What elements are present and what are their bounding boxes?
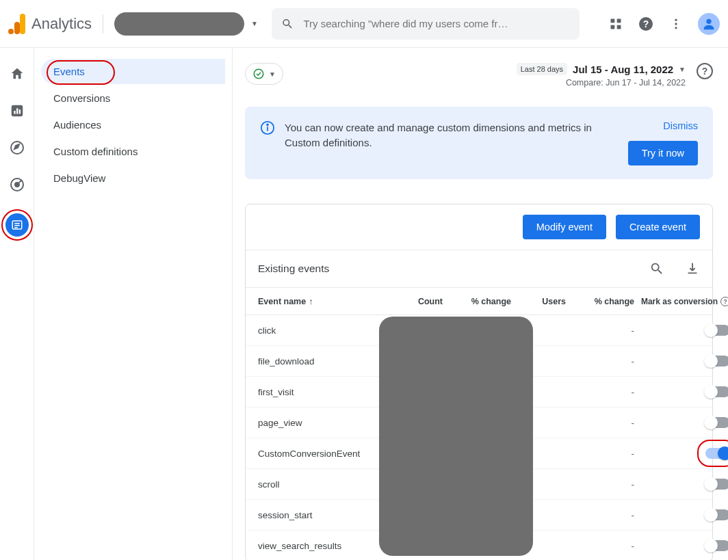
svg-rect-5 [611, 25, 615, 29]
svg-rect-3 [611, 18, 615, 23]
users-change-cell: - [632, 541, 635, 551]
col-count-change[interactable]: % change [471, 297, 511, 306]
users-change-cell: - [632, 356, 635, 366]
redacted-area [379, 317, 533, 556]
search-icon [281, 17, 294, 31]
users-change-cell: - [632, 325, 635, 336]
conversion-toggle[interactable] [705, 386, 728, 397]
status-filter[interactable]: ▼ [245, 63, 283, 85]
subnav-item-custom-definitions[interactable]: Custom definitions [41, 139, 225, 164]
users-change-cell: - [632, 510, 635, 520]
sort-asc-icon: ↑ [309, 297, 313, 306]
card-title: Existing events [258, 263, 329, 275]
svg-point-9 [675, 18, 677, 21]
conversion-toggle[interactable] [705, 479, 728, 490]
try-it-now-button[interactable]: Try it now [628, 141, 698, 165]
help-icon[interactable]: ? [720, 297, 728, 306]
reports-icon[interactable] [9, 103, 25, 119]
app-name: Analytics [31, 15, 92, 33]
avatar[interactable] [698, 13, 720, 35]
header-icons: ? [609, 13, 720, 35]
table-search-icon[interactable] [649, 261, 664, 276]
users-change-cell: - [632, 418, 635, 428]
svg-rect-16 [18, 109, 20, 114]
conversion-toggle[interactable] [705, 540, 728, 551]
conversion-toggle[interactable] [705, 509, 728, 520]
col-event-name[interactable]: Event name ↑ [258, 297, 388, 306]
event-name-cell[interactable]: session_start [258, 510, 388, 520]
caret-down-icon: ▼ [679, 66, 686, 73]
download-icon[interactable] [685, 261, 700, 276]
banner-message: You can now create and manage custom dim… [285, 120, 619, 150]
main-content: ▼ Last 28 days Jul 15 - Aug 11, 2022 ▼ C… [233, 48, 728, 560]
event-name-cell[interactable]: first_visit [258, 387, 388, 397]
caret-down-icon: ▼ [269, 70, 276, 78]
users-change-cell: - [632, 387, 635, 397]
users-change-cell: - [632, 449, 635, 459]
conversion-toggle[interactable] [705, 448, 728, 459]
home-icon[interactable] [9, 66, 25, 82]
subnav-item-events[interactable]: Events [41, 59, 225, 84]
create-event-button[interactable]: Create event [616, 215, 700, 239]
event-name-cell[interactable]: CustomConversionEvent [258, 449, 388, 459]
svg-point-27 [267, 124, 268, 126]
conversion-toggle-wrap [705, 509, 728, 520]
conversion-toggle[interactable] [705, 356, 728, 366]
events-table: Event name ↑ Count % change Users % chan… [246, 288, 712, 560]
subnav: Events Conversions Audiences Custom defi… [34, 48, 233, 560]
event-name-cell[interactable]: page_view [258, 418, 388, 428]
more-vert-icon[interactable] [669, 17, 683, 31]
event-name-cell[interactable]: file_download [258, 356, 388, 366]
svg-point-2 [8, 29, 14, 34]
subnav-item-debugview[interactable]: DebugView [41, 165, 225, 191]
help-icon[interactable]: ? [697, 63, 713, 79]
event-name-cell[interactable]: scroll [258, 479, 388, 490]
logo-lockup: Analytics [8, 14, 92, 34]
col-users-change[interactable]: % change [595, 297, 634, 306]
col-mark-conversion: Mark as conversion ? [641, 297, 728, 306]
svg-point-11 [675, 27, 677, 29]
event-name-cell[interactable]: view_search_results [258, 541, 388, 551]
property-selector[interactable] [114, 12, 244, 36]
svg-text:?: ? [643, 18, 649, 29]
svg-rect-14 [14, 111, 15, 114]
conversion-toggle[interactable] [705, 325, 728, 336]
svg-point-19 [15, 183, 19, 187]
date-picker[interactable]: Last 28 days Jul 15 - Aug 11, 2022 ▼ Com… [517, 63, 686, 88]
event-name-cell[interactable]: click [258, 325, 388, 336]
caret-down-icon[interactable]: ▼ [251, 20, 258, 27]
dismiss-button[interactable]: Dismiss [663, 120, 698, 131]
subnav-item-conversions[interactable]: Conversions [41, 85, 225, 111]
apps-icon[interactable] [609, 17, 623, 31]
info-banner: You can now create and manage custom dim… [245, 107, 713, 179]
subnav-item-audiences[interactable]: Audiences [41, 112, 225, 137]
conversion-toggle-wrap [705, 356, 728, 366]
conversion-toggle-wrap [705, 479, 728, 490]
search-input[interactable] [303, 18, 570, 29]
modify-event-button[interactable]: Modify event [523, 215, 606, 239]
svg-rect-0 [20, 14, 25, 34]
col-count[interactable]: Count [418, 297, 443, 306]
analytics-logo-icon [8, 14, 26, 34]
app-header: Analytics ▼ ? [0, 0, 728, 48]
info-icon [260, 120, 275, 135]
configure-icon[interactable] [5, 213, 29, 237]
date-range: Jul 15 - Aug 11, 2022 [573, 64, 673, 75]
advertising-icon[interactable] [9, 176, 25, 193]
table-header: Event name ↑ Count % change Users % chan… [246, 288, 712, 315]
nav-rail [0, 48, 34, 560]
svg-rect-6 [617, 25, 621, 29]
users-change-cell: - [632, 479, 635, 490]
svg-rect-15 [16, 108, 18, 114]
help-icon[interactable]: ? [638, 16, 654, 32]
highlight-ring [1, 209, 33, 241]
explore-icon[interactable] [9, 139, 25, 156]
subnav-label: Audiences [53, 119, 101, 131]
svg-rect-4 [617, 18, 621, 23]
svg-point-10 [675, 23, 677, 25]
svg-point-12 [706, 18, 711, 23]
conversion-toggle[interactable] [705, 417, 728, 428]
search-box[interactable] [272, 8, 580, 40]
divider [103, 14, 103, 34]
col-users[interactable]: Users [542, 297, 566, 306]
